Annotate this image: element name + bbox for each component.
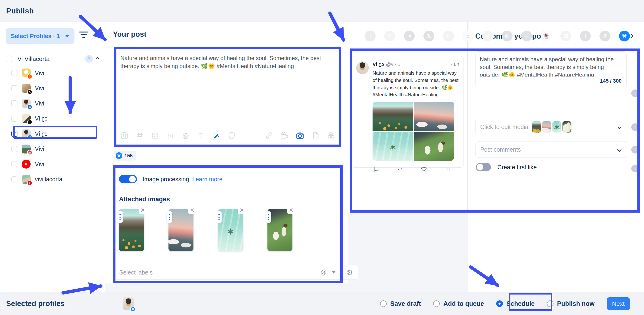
attached-image-llamas[interactable]: ✕ bbox=[268, 209, 292, 251]
post-comments-panel[interactable]: Post comments bbox=[475, 141, 627, 158]
tumblr-icon[interactable]: t bbox=[580, 31, 591, 41]
info-icon[interactable]: i bbox=[631, 165, 639, 172]
remove-image-icon[interactable]: ✕ bbox=[188, 206, 196, 214]
profile-row-reddit[interactable]: ö Vivi bbox=[0, 65, 105, 81]
preview-image-mountain-meadow[interactable] bbox=[372, 102, 413, 131]
profile-checkbox[interactable] bbox=[11, 176, 18, 182]
hashtag-icon[interactable] bbox=[135, 131, 144, 140]
link-icon[interactable] bbox=[264, 131, 273, 140]
profile-row-x[interactable]: ✕ Vivi bbox=[0, 81, 105, 96]
facebook-icon[interactable]: f bbox=[365, 31, 376, 41]
publish-now-radio[interactable]: Publish now bbox=[547, 300, 594, 308]
snapchat-icon[interactable]: 👻 bbox=[541, 31, 552, 41]
bluesky-icon-active[interactable] bbox=[619, 31, 630, 41]
instagram-icon[interactable]: ⌾ bbox=[384, 31, 395, 41]
profile-row-bluesky-selected[interactable]: Vi ʗɔ bbox=[0, 126, 105, 141]
save-draft-radio[interactable]: Save draft bbox=[380, 300, 421, 308]
info-icon[interactable]: i bbox=[631, 89, 639, 97]
image-processing-label: Image processing. Learn more bbox=[142, 176, 222, 183]
labels-dropdown-caret[interactable] bbox=[332, 271, 336, 274]
post-text-input[interactable]: Nature and animals have a special way of… bbox=[116, 48, 340, 126]
select-profiles-dropdown[interactable]: Select Profiles · 1 bbox=[6, 28, 74, 44]
drag-handle-icon[interactable] bbox=[117, 211, 123, 223]
add-to-queue-radio[interactable]: Add to queue bbox=[433, 300, 484, 308]
profile-group-row[interactable]: Vi Villacorta 1 bbox=[0, 52, 105, 66]
linkedin-icon[interactable]: in bbox=[404, 31, 415, 41]
apply-labels-icon[interactable] bbox=[320, 269, 327, 276]
thumb-starfish-beach[interactable] bbox=[552, 121, 561, 133]
color-circles-icon[interactable] bbox=[326, 131, 336, 140]
shield-icon[interactable] bbox=[227, 131, 236, 140]
emoji-icon[interactable] bbox=[120, 131, 129, 140]
select-labels-input[interactable] bbox=[115, 269, 320, 276]
drag-handle-icon[interactable] bbox=[166, 211, 172, 223]
mastodon-icon[interactable]: ▤ bbox=[560, 31, 571, 41]
chevron-up-icon[interactable] bbox=[96, 57, 100, 61]
profile-row-youtube[interactable]: Vivi bbox=[0, 157, 105, 172]
text-format-icon[interactable]: T bbox=[196, 131, 206, 140]
profile-row-tiktok[interactable]: ♪ Vi ʗɔ bbox=[0, 111, 105, 126]
edit-media-panel[interactable]: Click to edit media bbox=[475, 119, 627, 135]
attached-image-mountain-meadow[interactable]: ✕ bbox=[119, 209, 144, 251]
profile-checkbox[interactable] bbox=[11, 116, 18, 122]
thumb-mountain-meadow[interactable] bbox=[532, 121, 541, 133]
chevron-down-icon[interactable] bbox=[617, 147, 622, 152]
thumb-llamas[interactable] bbox=[562, 121, 572, 133]
remove-image-icon[interactable]: ✕ bbox=[287, 206, 295, 214]
reply-icon[interactable] bbox=[373, 166, 379, 172]
threads-icon[interactable]: @ bbox=[600, 31, 610, 41]
reddit-icon: ö bbox=[27, 74, 32, 79]
profile-checkbox[interactable] bbox=[11, 100, 18, 106]
collapse-sidebar-icon[interactable] bbox=[94, 33, 98, 37]
pinterest-icon[interactable]: ℗ bbox=[502, 31, 512, 41]
profile-row-pinterest[interactable]: p vivillacorta bbox=[0, 172, 105, 187]
customize-text-input[interactable]: Nature and animals have a special way of… bbox=[476, 51, 626, 76]
profile-checkbox[interactable] bbox=[11, 70, 18, 76]
remove-image-icon[interactable]: ✕ bbox=[139, 206, 147, 214]
saved-captions-icon[interactable] bbox=[150, 131, 160, 140]
profile-checkbox[interactable] bbox=[11, 146, 18, 152]
selected-profile-avatar[interactable] bbox=[123, 297, 134, 310]
remove-image-icon[interactable]: ✕ bbox=[238, 206, 246, 214]
learn-more-link[interactable]: Learn more bbox=[192, 176, 222, 182]
page-title: Publish bbox=[6, 6, 34, 15]
attached-image-starfish-beach[interactable]: ✕ bbox=[218, 209, 243, 251]
preview-image-llamas[interactable] bbox=[414, 132, 454, 161]
tiktok-icon[interactable]: ♪ bbox=[521, 31, 532, 41]
video-icon[interactable] bbox=[280, 131, 289, 140]
variables-icon[interactable]: {+} bbox=[166, 131, 175, 140]
gear-icon[interactable]: ⚙ bbox=[346, 268, 353, 277]
next-button[interactable]: Next bbox=[607, 297, 630, 310]
like-icon[interactable] bbox=[421, 166, 427, 172]
ai-assist-wand-icon[interactable] bbox=[212, 131, 221, 140]
drag-handle-icon[interactable] bbox=[266, 211, 271, 223]
thumb-sunset-clouds[interactable] bbox=[542, 121, 551, 133]
document-icon[interactable] bbox=[311, 131, 320, 140]
more-icon[interactable] bbox=[445, 166, 451, 172]
reddit-icon[interactable]: ö bbox=[482, 31, 493, 41]
info-icon[interactable]: i bbox=[631, 146, 639, 153]
profile-checkbox-checked[interactable] bbox=[11, 131, 18, 137]
schedule-radio[interactable]: Schedule bbox=[496, 300, 535, 308]
profile-checkbox[interactable] bbox=[11, 161, 18, 167]
mention-icon[interactable]: @ bbox=[181, 131, 190, 140]
create-first-like-toggle[interactable] bbox=[476, 163, 491, 171]
drag-handle-icon[interactable] bbox=[216, 211, 222, 223]
info-icon[interactable]: i bbox=[631, 123, 639, 131]
preview-image-sunset-clouds[interactable] bbox=[414, 102, 454, 131]
google-business-icon[interactable]: ⌂ bbox=[462, 31, 474, 41]
select-profiles-label: Select Profiles · 1 bbox=[11, 33, 60, 39]
profile-row-linkedin[interactable]: in Vivi bbox=[0, 96, 105, 111]
profile-checkbox[interactable] bbox=[11, 85, 18, 91]
attached-image-sunset-clouds[interactable]: ✕ bbox=[168, 209, 194, 251]
camera-icon[interactable] bbox=[296, 131, 304, 140]
youtube-icon[interactable]: ▸ bbox=[443, 31, 454, 41]
x-icon[interactable]: 𝕏 bbox=[424, 31, 434, 41]
repost-icon[interactable] bbox=[397, 166, 403, 172]
image-processing-toggle[interactable] bbox=[119, 175, 137, 183]
chevron-down-icon[interactable] bbox=[617, 125, 622, 129]
group-checkbox[interactable] bbox=[6, 55, 12, 62]
filter-icon[interactable] bbox=[79, 31, 88, 39]
preview-image-starfish-beach[interactable] bbox=[372, 132, 413, 161]
profile-row-instagram[interactable]: ⌾ Vivi bbox=[0, 141, 105, 157]
